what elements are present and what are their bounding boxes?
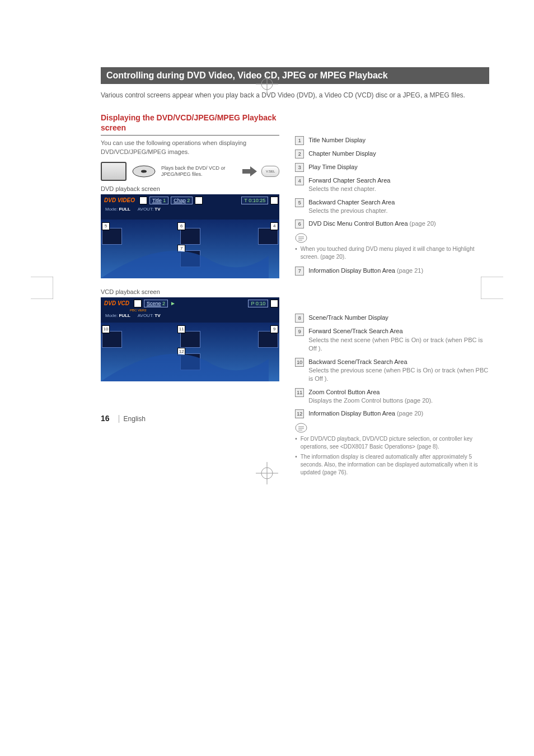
crop-mark-icon [31, 277, 53, 299]
touch-area-right [258, 331, 278, 348]
crop-mark-icon [256, 462, 278, 484]
num-box: 3 [295, 163, 304, 172]
vsel-button-icon: V.SEL [261, 166, 279, 177]
num-box: 6 [295, 220, 304, 228]
num-box: 10 [295, 358, 304, 367]
notes-b: For DVD/VCD playback, DVD/VCD picture se… [295, 435, 489, 477]
intro-text: Various control screens appear when you … [101, 91, 489, 100]
callout-6: 6 [177, 222, 185, 230]
vcd-time-box: P 0:10 [248, 300, 268, 307]
subsection-desc: You can use the following operations whe… [101, 139, 279, 156]
vcd-callout-list: 8Scene/Track Number Display 9Forward Sce… [295, 314, 489, 418]
play-icon: ► [170, 300, 176, 306]
num-box: 11 [295, 388, 304, 397]
svg-marker-14 [242, 166, 257, 176]
unit-icon [101, 162, 127, 181]
callout-3b: 3 [270, 300, 278, 307]
num-box: 8 [295, 314, 304, 323]
dvd-screen-label: DVD playback screen [101, 185, 279, 192]
crop-mark-icon [481, 277, 503, 299]
note-a: When you touched during DVD menu played … [295, 245, 489, 261]
touch-area-mid [180, 228, 200, 245]
vcd-sub-text: PBC VER2 [130, 309, 147, 312]
num-box: 12 [295, 409, 304, 418]
touch-area-left [102, 228, 122, 245]
callout-5: 5 [102, 222, 110, 230]
touch-area-left [102, 331, 122, 348]
note-icon [295, 233, 307, 243]
callout-1: 1 [139, 197, 147, 204]
num-box: 5 [295, 198, 304, 207]
dvd-playback-screenshot: DVD VIDEO 1 Title 1 Chap 2 2 T 0:10:25 3… [101, 194, 279, 278]
vcd-scene-box: Scene 2 [144, 300, 168, 307]
callout-9: 9 [270, 325, 278, 333]
dvd-callout-list-2: 7Information Display Button Area (page 2… [295, 267, 489, 276]
touch-area-mid [180, 331, 200, 348]
note-icon [295, 423, 307, 433]
callout-8: 8 [134, 300, 142, 307]
dvd-mode-bar: Mode: FULL AVOUT: TV [105, 207, 161, 212]
vcd-screen-label: VCD playback screen [101, 288, 279, 295]
dvd-time-box: T 0:10:25 [241, 197, 268, 204]
media-caption: Plays back the DVD/ VCD or JPEG/MPEG fil… [161, 165, 238, 178]
callout-10: 10 [102, 325, 110, 333]
section-title: Controlling during DVD Video, Video CD, … [101, 67, 489, 84]
crop-mark-icon [256, 73, 278, 95]
svg-point-19 [296, 423, 307, 432]
svg-point-15 [296, 234, 307, 242]
num-box: 9 [295, 327, 304, 336]
arrow-right-icon [242, 166, 257, 177]
dvd-title-box: Title 1 [149, 197, 168, 204]
subsection-title: Displaying the DVD/VCD/JPEG/MPEG Playbac… [101, 113, 279, 136]
svg-point-13 [141, 170, 147, 172]
num-box: 1 [295, 136, 304, 145]
dvd-chap-box: Chap 2 [171, 197, 193, 204]
disc-icon [131, 163, 157, 180]
dvd-callout-list: 1Title Number Display 2Chapter Number Di… [295, 136, 489, 229]
callout-11: 11 [177, 325, 185, 333]
touch-area-right [258, 228, 278, 245]
vcd-hdr-title: DVD VCD [102, 299, 132, 307]
callout-3: 3 [270, 197, 278, 204]
num-box: 7 [295, 267, 304, 276]
callout-4: 4 [270, 222, 278, 230]
num-box: 2 [295, 150, 304, 158]
page-footer: 16English [101, 414, 146, 423]
vcd-mode-bar: Mode: FULL AVOUT: TV [105, 313, 161, 318]
dvd-hdr-title: DVD VIDEO [102, 196, 137, 204]
vcd-playback-screenshot: DVD VCD 8 Scene 2 ► P 0:10 3 PBC VER2 Mo… [101, 297, 279, 381]
num-box: 4 [295, 176, 304, 185]
callout-2: 2 [195, 197, 203, 204]
